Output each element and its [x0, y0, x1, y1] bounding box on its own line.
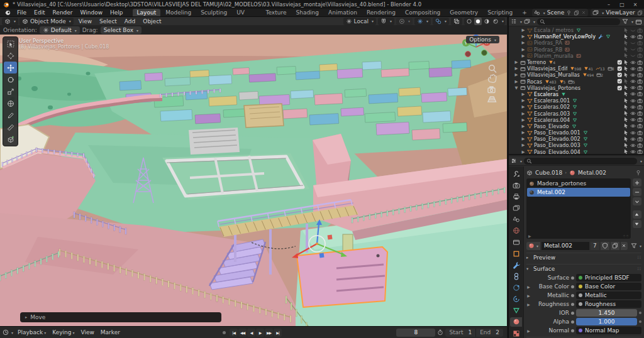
selectability-icon[interactable]	[623, 123, 629, 129]
render-visibility-icon[interactable]	[637, 143, 643, 148]
add-slot-button[interactable]	[633, 178, 641, 187]
new-material-button[interactable]	[611, 242, 619, 250]
shading-material-button[interactable]	[483, 18, 491, 25]
blender-menu-icon[interactable]	[4, 9, 11, 16]
snap-toggle[interactable]: ▾	[378, 18, 394, 25]
expand-icon[interactable]: ▶	[521, 40, 526, 45]
jump-start-button[interactable]: |◀	[230, 329, 238, 337]
visibility-eye-icon[interactable]	[630, 149, 636, 154]
material-slot-Madera_portones[interactable]: Madera_portones	[527, 179, 630, 188]
visibility-eye-icon[interactable]	[630, 98, 636, 104]
selectability-icon[interactable]	[623, 85, 629, 90]
expand-icon[interactable]: ▶	[514, 72, 519, 77]
render-visibility-icon[interactable]	[637, 46, 643, 52]
workspace-tab-rendering[interactable]: Rendering	[362, 9, 400, 16]
selectability-icon[interactable]	[623, 117, 629, 123]
viewport-menu-view[interactable]: View	[75, 18, 96, 25]
visibility-eye-icon[interactable]	[630, 136, 636, 142]
overlays-dropdown[interactable]: ▾	[433, 18, 449, 25]
properties-tab-particles[interactable]	[510, 295, 522, 304]
mode-dropdown[interactable]: Object Mode ▾	[19, 18, 74, 25]
gizmos-dropdown[interactable]: ▾	[414, 18, 431, 25]
properties-tab-object[interactable]	[510, 249, 522, 258]
shading-solid-button[interactable]	[474, 18, 482, 25]
render-visibility-icon[interactable]	[637, 28, 643, 33]
tool-select-box-button[interactable]	[4, 38, 17, 50]
tool-move-button[interactable]	[4, 62, 17, 74]
workspace-tab-geometry-nodes[interactable]: Geometry Nodes	[445, 9, 482, 16]
render-visibility-icon[interactable]	[637, 79, 643, 84]
copy-icon[interactable]	[574, 10, 579, 16]
collection-checkbox[interactable]	[617, 60, 623, 65]
orientation-value-dropdown[interactable]: Default ▾	[40, 26, 80, 34]
properties-tab-data[interactable]	[510, 306, 522, 315]
value-field[interactable]: Metallic	[576, 292, 641, 299]
visibility-eye-icon[interactable]	[630, 60, 636, 65]
filter-icon[interactable]	[622, 18, 628, 25]
visibility-eye-icon[interactable]	[630, 111, 636, 116]
outliner-row[interactable]: ▶Planim_muralla	[509, 53, 644, 59]
selectability-icon[interactable]	[623, 28, 629, 33]
editor-type-button[interactable]: ▾	[2, 18, 18, 25]
selectability-icon[interactable]	[623, 60, 629, 65]
options-dropdown[interactable]: Options ▾	[466, 36, 499, 43]
menu-file[interactable]: File	[13, 9, 30, 16]
prev-keyframe-button[interactable]: ◀◀	[238, 329, 247, 337]
render-visibility-icon[interactable]	[637, 104, 643, 110]
preview-panel-header[interactable]: ▸ Preview ⁞⁞	[526, 253, 641, 261]
render-visibility-icon[interactable]	[637, 117, 643, 123]
tool-add-primitive-button[interactable]	[4, 133, 17, 145]
expand-icon[interactable]: ▶	[526, 293, 531, 298]
unlink-icon[interactable]	[581, 10, 586, 15]
selectability-icon[interactable]	[623, 53, 629, 58]
expand-icon[interactable]: ▶	[526, 329, 531, 333]
play-reverse-button[interactable]: ◀	[247, 329, 255, 337]
remove-slot-button[interactable]	[633, 188, 641, 196]
tool-scale-button[interactable]	[4, 85, 17, 97]
outliner-editor-icon[interactable]	[511, 18, 517, 25]
timeline-menu-playback[interactable]: Playback▾	[14, 329, 49, 335]
properties-tab-tool[interactable]	[510, 169, 522, 178]
expand-icon[interactable]: ▶	[526, 285, 531, 289]
visibility-eye-icon[interactable]	[630, 130, 636, 136]
tool-transform-button[interactable]	[4, 97, 17, 109]
expand-icon[interactable]: ▶	[521, 47, 526, 52]
render-visibility-icon[interactable]	[637, 66, 643, 72]
expand-icon[interactable]: ▶	[521, 92, 526, 97]
selectability-icon[interactable]	[623, 136, 629, 142]
selectability-icon[interactable]	[623, 104, 629, 110]
properties-tab-scene[interactable]	[510, 215, 522, 224]
visibility-eye-closed-icon[interactable]	[630, 28, 636, 33]
workspace-tab-uv-editing[interactable]: UV Editing	[232, 9, 260, 16]
outliner-row[interactable]: ▶Paso_Elevado.004	[509, 149, 644, 154]
visibility-eye-icon[interactable]	[630, 143, 636, 148]
properties-tab-physics[interactable]	[510, 283, 522, 292]
expand-icon[interactable]: ▶	[521, 104, 526, 109]
expand-icon[interactable]: ▶	[521, 150, 526, 154]
properties-tab-world[interactable]	[510, 226, 522, 236]
expand-icon[interactable]: ▶	[521, 117, 526, 123]
render-visibility-icon[interactable]	[637, 111, 643, 116]
selectability-icon[interactable]	[623, 40, 629, 46]
render-visibility-icon[interactable]	[637, 34, 643, 40]
timeline-editor-icon[interactable]	[3, 329, 9, 335]
visibility-eye-icon[interactable]	[630, 104, 636, 110]
shading-rendered-button[interactable]	[492, 18, 499, 25]
expand-icon[interactable]: ▶	[521, 111, 526, 116]
maximize-button[interactable]: □	[616, 2, 628, 8]
outliner-row[interactable]: ▶Escaleras.003	[509, 110, 644, 116]
3d-viewport[interactable]: Z X Y User Perspective (8) Villasviejas_…	[0, 35, 507, 326]
workspace-tab-shading[interactable]: Shading	[291, 9, 323, 16]
menu-render[interactable]: Render	[49, 9, 77, 16]
render-visibility-icon[interactable]	[637, 130, 643, 136]
value-field[interactable]: Principled BSDF	[576, 274, 641, 281]
add-workspace-button[interactable]: +	[518, 9, 531, 16]
outliner-row[interactable]: ▶Escaleras.004	[509, 117, 644, 123]
outliner-row[interactable]: ▶HumanRef_VeryLowPoly	[509, 33, 644, 40]
selectability-icon[interactable]	[623, 98, 629, 104]
outliner-row[interactable]: ▶Paso_Elevado	[509, 123, 644, 129]
value-field[interactable]: Base Color	[576, 283, 641, 290]
current-frame-field[interactable]: 8	[396, 329, 435, 337]
preview-range-icon[interactable]	[437, 329, 443, 335]
3d-scene[interactable]: Z X Y	[0, 35, 507, 326]
